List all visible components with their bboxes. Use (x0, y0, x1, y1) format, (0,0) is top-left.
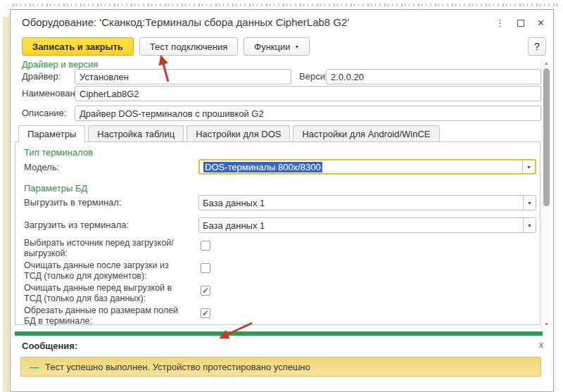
check-mark: ✓ (202, 309, 209, 317)
scroll-up-icon[interactable]: ▲ (542, 61, 551, 65)
checkbox-clear-before-upload[interactable]: ✓ (201, 286, 210, 296)
upload-dropdown-button[interactable]: ▼ (523, 196, 536, 210)
scrollbar-thumb[interactable] (543, 68, 550, 206)
model-combobox[interactable]: DOS-терминалы 800x/8300 ▼ (198, 159, 536, 175)
message-bullet-icon: — (30, 362, 39, 372)
test-connection-button[interactable]: Тест подключения (139, 37, 238, 56)
checkbox-label-trim-data: Обрезать данные по размерам полей БД в т… (24, 305, 184, 327)
download-dropdown-button[interactable]: ▼ (523, 218, 536, 232)
messages-close-icon[interactable]: x (539, 340, 543, 350)
upload-value: База данных 1 (199, 196, 523, 210)
check-mark: ✓ (202, 286, 209, 295)
description-label: Описание: (22, 106, 66, 121)
green-separator (15, 331, 543, 336)
tab-table-setup[interactable]: Настройка таблиц (88, 125, 184, 141)
checkbox-clear-after-load[interactable] (201, 263, 210, 273)
version-field[interactable] (326, 69, 541, 84)
background-window-edge (3, 17, 9, 392)
checkbox-trim-data[interactable]: ✓ (201, 308, 210, 318)
driver-label: Драйвер: (22, 69, 61, 84)
maximize-box (517, 20, 524, 27)
checkbox-label-select-source: Выбирать источник перед загрузкой/выгруз… (24, 238, 184, 259)
checkbox-select-source[interactable] (201, 241, 210, 251)
help-button[interactable]: ? (528, 37, 546, 56)
message-item[interactable]: — Тест успешно выполнен. Устройство прот… (20, 357, 541, 377)
driver-field[interactable] (75, 69, 291, 84)
scroll-down-icon[interactable]: ▼ (542, 322, 551, 327)
background-window-remnant (13, 4, 561, 6)
functions-label: Функции (254, 42, 290, 52)
terminal-type-section-title: Тип терминалов (24, 147, 93, 158)
dropdown-arrow-icon: ▼ (526, 165, 531, 170)
model-dropdown-button[interactable]: ▼ (522, 160, 535, 173)
driver-section-title: Драйвер и версия (22, 59, 98, 70)
tab-bar: Параметры Настройка таблиц Настройки для… (18, 125, 440, 141)
upload-label: Выгрузить в терминал: (24, 195, 122, 210)
upload-combobox[interactable]: База данных 1 ▼ (198, 195, 536, 210)
model-value: DOS-терминалы 800x/8300 (200, 160, 522, 173)
model-selected-text: DOS-терминалы 800x/8300 (203, 162, 322, 172)
tab-android-wince-settings[interactable]: Настройки для Android/WinCE (293, 125, 439, 141)
close-icon[interactable]: ✕ (537, 18, 545, 29)
tab-dos-settings[interactable]: Настройки для DOS (186, 125, 290, 141)
chevron-down-icon: ▼ (295, 44, 300, 49)
model-label: Модель: (24, 160, 59, 175)
functions-button[interactable]: Функции ▼ (243, 37, 310, 56)
db-section-title: Параметры БД (24, 183, 87, 194)
toolbar: Записать и закрыть Тест подключения Функ… (22, 37, 310, 56)
tab-parameters[interactable]: Параметры (18, 125, 85, 142)
checkbox-label-clear-before-upload: Очищать данные перед выгрузкой в ТСД (то… (24, 283, 184, 304)
save-and-close-button[interactable]: Записать и закрыть (22, 37, 134, 56)
equipment-dialog: Оборудование: 'Сканкод:Терминалы сбора д… (10, 9, 554, 392)
messages-title: Сообщения: (22, 341, 77, 351)
maximize-icon[interactable] (517, 20, 524, 27)
message-text: Тест успешно выполнен. Устройство протес… (45, 362, 310, 372)
download-value: База данных 1 (199, 218, 523, 232)
dropdown-arrow-icon: ▼ (527, 201, 532, 206)
kebab-menu-icon[interactable]: ⋮ (495, 18, 505, 29)
download-label: Загрузить из терминала: (24, 217, 129, 233)
dropdown-arrow-icon: ▼ (527, 223, 532, 228)
parameters-panel: Тип терминалов Модель: DOS-терминалы 800… (15, 141, 540, 325)
checkbox-label-clear-after-load: Очищать данные после загрузки из ТСД (то… (24, 260, 184, 282)
vertical-scrollbar[interactable]: ▲ ▼ (541, 59, 550, 328)
window-controls: ⋮ ✕ (495, 18, 545, 29)
description-field[interactable] (75, 106, 541, 121)
dialog-title: Оборудование: 'Сканкод:Терминалы сбора д… (22, 16, 349, 28)
name-field[interactable] (75, 86, 541, 101)
download-combobox[interactable]: База данных 1 ▼ (198, 217, 536, 233)
